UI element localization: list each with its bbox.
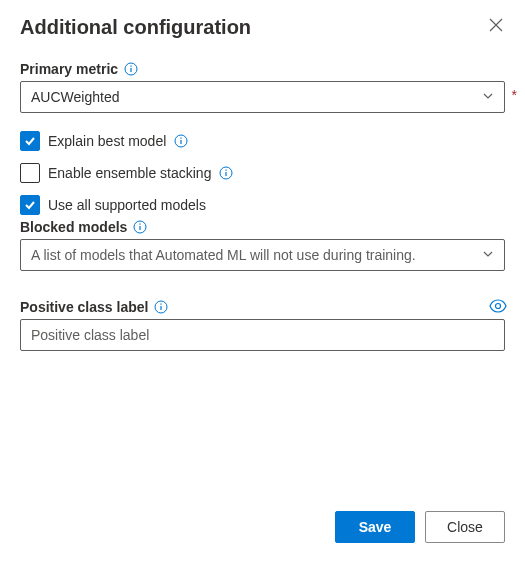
save-button[interactable]: Save <box>335 511 415 543</box>
svg-point-15 <box>496 304 501 309</box>
eye-icon[interactable] <box>489 299 507 316</box>
svg-rect-14 <box>161 304 162 305</box>
use-all-supported-models-label: Use all supported models <box>48 197 206 213</box>
primary-metric-value: AUCWeighted <box>31 89 119 105</box>
info-icon[interactable] <box>124 62 138 76</box>
enable-ensemble-stacking-checkbox[interactable] <box>20 163 40 183</box>
info-icon[interactable] <box>174 134 188 148</box>
blocked-models-select[interactable]: A list of models that Automated ML will … <box>20 239 505 271</box>
required-indicator: * <box>512 87 517 103</box>
svg-rect-10 <box>140 226 141 230</box>
svg-rect-1 <box>130 68 131 72</box>
info-icon[interactable] <box>133 220 147 234</box>
close-button[interactable]: Close <box>425 511 505 543</box>
primary-metric-select[interactable]: AUCWeighted <box>20 81 505 113</box>
chevron-down-icon <box>482 247 494 263</box>
chevron-down-icon <box>482 89 494 105</box>
blocked-models-label: Blocked models <box>20 219 127 235</box>
positive-class-label-input[interactable]: Positive class label <box>20 319 505 351</box>
svg-rect-7 <box>226 172 227 176</box>
svg-rect-4 <box>181 140 182 144</box>
svg-rect-13 <box>161 306 162 310</box>
enable-ensemble-stacking-label: Enable ensemble stacking <box>48 165 211 181</box>
info-icon[interactable] <box>219 166 233 180</box>
svg-rect-5 <box>181 138 182 139</box>
primary-metric-label: Primary metric <box>20 61 118 77</box>
explain-best-model-checkbox[interactable] <box>20 131 40 151</box>
positive-class-label-label: Positive class label <box>20 299 148 315</box>
svg-rect-2 <box>130 66 131 67</box>
svg-rect-11 <box>140 224 141 225</box>
positive-class-label-placeholder: Positive class label <box>31 327 149 343</box>
explain-best-model-label: Explain best model <box>48 133 166 149</box>
blocked-models-placeholder: A list of models that Automated ML will … <box>31 247 416 263</box>
svg-rect-8 <box>226 170 227 171</box>
close-icon[interactable] <box>487 16 505 38</box>
info-icon[interactable] <box>154 300 168 314</box>
use-all-supported-models-checkbox[interactable] <box>20 195 40 215</box>
panel-title: Additional configuration <box>20 16 251 39</box>
